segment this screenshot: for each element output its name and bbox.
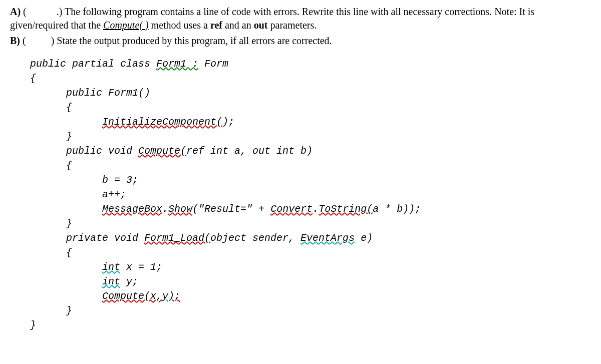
code-l14: {: [30, 247, 72, 258]
code-l16a: [30, 276, 102, 287]
question-a: A) (.) The following program contains a …: [10, 5, 591, 32]
code-l13d: EventArgs: [300, 232, 355, 244]
compute-ref: Compute( ): [103, 20, 149, 31]
code-l8: {: [30, 160, 72, 171]
code-l6: }: [30, 131, 72, 142]
code-l17c: y: [162, 290, 168, 302]
code-l16c: y;: [120, 276, 138, 287]
code-l11h: ToString(: [319, 203, 373, 215]
code-l1a: public partial class: [30, 58, 156, 70]
code-l13a: private void: [30, 232, 144, 244]
paren-open-b: (: [23, 35, 26, 46]
code-l17b: Compute(x,: [102, 290, 162, 302]
code-l11e: ("Result=" +: [192, 203, 270, 215]
code-l5c: );: [222, 116, 234, 128]
code-l5b: InitializeComponent(: [102, 116, 222, 128]
code-l7a: public void: [30, 145, 138, 157]
code-l19: }: [30, 319, 36, 331]
qB-text: ) State the output produced by this prog…: [51, 35, 332, 46]
code-l2: {: [30, 73, 36, 84]
code-l16b: int: [102, 276, 120, 287]
code-l15a: [30, 261, 102, 273]
code-l3: public Form1(): [30, 87, 150, 99]
qA-text3: and an: [222, 20, 254, 31]
code-l10: a++;: [30, 189, 126, 200]
code-l11f: Convert: [270, 203, 313, 215]
qA-text4: parameters.: [268, 20, 317, 31]
code-l18: }: [30, 305, 72, 316]
code-l11d: Show: [168, 203, 192, 215]
code-l12: }: [30, 218, 72, 229]
code-block: public partial class Form1 : Form { publ…: [30, 57, 591, 332]
code-l11i: a * b));: [373, 203, 421, 215]
code-l15b: int: [102, 261, 120, 273]
label-b: B): [10, 35, 20, 46]
code-l17a: [30, 290, 102, 302]
code-l11g: .: [313, 203, 319, 215]
code-l15c: x = 1;: [120, 261, 162, 273]
code-l13b: Form1_Load(: [144, 232, 210, 244]
code-l13e: e): [355, 232, 373, 244]
label-a: A): [10, 6, 21, 17]
code-l1b: Form1 :: [156, 58, 198, 70]
code-l5a: [30, 116, 102, 128]
code-l7c: ref int a, out int b): [186, 145, 313, 157]
code-l4: {: [30, 102, 72, 113]
code-l11a: [30, 203, 102, 215]
code-l7b: Compute(: [138, 145, 186, 157]
paren-open-a: (: [23, 6, 27, 17]
code-l11c: .: [162, 203, 168, 215]
code-l11b: MessageBox: [102, 203, 162, 215]
code-l13c: object sender,: [210, 232, 300, 244]
ref-kw: ref: [210, 20, 222, 31]
code-l9: b = 3;: [30, 174, 138, 186]
code-l1c: Form: [198, 58, 228, 70]
out-kw: out: [254, 20, 268, 31]
code-l17d: );: [168, 290, 180, 302]
qA-text2: method uses a: [149, 20, 210, 31]
question-b: B) () State the output produced by this …: [10, 34, 591, 48]
